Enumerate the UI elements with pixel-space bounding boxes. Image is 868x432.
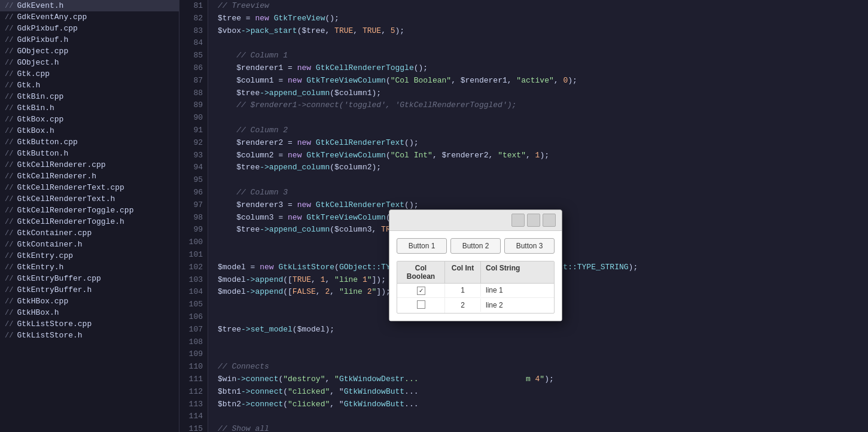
line-number: 102 (184, 261, 203, 274)
line-number: 95 (184, 174, 203, 187)
sidebar-item-label: GtkCellRenderer.cpp (17, 160, 105, 169)
sidebar-item[interactable]: //GtkBin.cpp (0, 91, 179, 102)
sidebar-item[interactable]: //GtkEntryBuffer.cpp (0, 273, 179, 284)
sidebar-item[interactable]: //GtkListStore.cpp (0, 318, 179, 330)
sidebar-item[interactable]: //GdkPixbuf.cpp (0, 23, 179, 34)
file-icon: // (5, 70, 13, 78)
sidebar-item-label: GdkPixbuf.cpp (17, 24, 77, 33)
sidebar-item[interactable]: //GtkCellRendererToggle.h (0, 216, 179, 227)
sidebar-item[interactable]: //GtkContainer.cpp (0, 227, 179, 239)
sidebar-item[interactable]: //Gtk.h (0, 80, 179, 91)
code-line (218, 37, 858, 50)
line-number: 86 (184, 62, 203, 75)
sidebar-item[interactable]: //GtkBox.h (0, 125, 179, 136)
code-line: $win->connect("destroy", "GtkWindowDestr… (218, 373, 858, 386)
line-number: 81 (184, 0, 203, 13)
button-2[interactable]: Button 2 (450, 238, 501, 254)
line-number: 84 (184, 37, 203, 50)
sidebar-item[interactable]: //GObject.cpp (0, 45, 179, 57)
sidebar-item[interactable]: //GtkButton.h (0, 148, 179, 159)
line-number: 107 (184, 324, 203, 336)
table-row[interactable]: 2line 2 (397, 298, 554, 313)
code-line: // Column 2 (218, 124, 858, 137)
file-icon: // (5, 127, 13, 135)
line-number: 104 (184, 286, 203, 299)
line-number: 97 (184, 199, 203, 212)
sidebar-item[interactable]: //GtkBin.h (0, 102, 179, 114)
file-icon: // (5, 309, 13, 317)
sidebar-item[interactable]: //GtkEntry.h (0, 261, 179, 273)
sidebar-item[interactable]: //GtkListStore.h (0, 330, 179, 341)
file-icon: // (5, 275, 13, 283)
line-number: 112 (184, 386, 203, 398)
dialog-body: Button 1 Button 2 Button 3 Col BooleanCo… (389, 231, 562, 321)
file-icon: // (5, 320, 13, 328)
file-icon: // (5, 331, 13, 340)
file-icon: // (5, 286, 13, 294)
column-header-col-string: Col String (481, 261, 554, 283)
code-line (218, 174, 858, 187)
file-icon: // (5, 59, 13, 67)
sidebar-item[interactable]: //GdkEventAny.cpp (0, 11, 179, 23)
file-icon: // (5, 218, 13, 226)
sidebar-item[interactable]: //GtkBox.cpp (0, 114, 179, 125)
sidebar-item[interactable]: //Gtk.cpp (0, 68, 179, 80)
sidebar-item[interactable]: //GtkEntryBuffer.h (0, 284, 179, 296)
sidebar-item[interactable]: //GtkHBox.h (0, 307, 179, 318)
file-icon: // (5, 2, 13, 10)
code-line: // $renderer1->connect('toggled', 'GtkCe… (218, 99, 858, 112)
table-row[interactable]: ✓1line 1 (397, 284, 554, 298)
sidebar-item[interactable]: //GtkContainer.h (0, 239, 179, 250)
file-icon: // (5, 252, 13, 260)
line-number: 115 (184, 423, 203, 432)
code-line: // Connects (218, 361, 858, 373)
sidebar-item-label: GtkHBox.h (17, 308, 59, 317)
file-icon: // (5, 297, 13, 306)
sidebar-item[interactable]: //GtkCellRendererText.cpp (0, 182, 179, 193)
sidebar-item-label: GtkEntryBuffer.h (17, 285, 92, 294)
sidebar-item[interactable]: //GObject.h (0, 57, 179, 68)
file-icon: // (5, 13, 13, 22)
sidebar-item[interactable]: //GdkEvent.h (0, 0, 179, 11)
sidebar-item[interactable]: //GtkCellRenderer.h (0, 171, 179, 182)
code-line: $column1 = new GtkTreeViewColumn("Col Bo… (218, 75, 858, 87)
sidebar-item[interactable]: //GdkPixbuf.h (0, 34, 179, 45)
file-icon: // (5, 25, 13, 33)
file-icon: // (5, 47, 13, 56)
file-icon: // (5, 36, 13, 44)
column-header-col-int: Col Int (445, 261, 481, 283)
line-number: 92 (184, 137, 203, 150)
sidebar-item[interactable]: //GtkCellRendererText.h (0, 193, 179, 205)
code-line: $tree->append_column($column2); (218, 162, 858, 174)
sidebar-item[interactable]: //GtkCellRenderer.cpp (0, 159, 179, 171)
checkbox[interactable] (417, 300, 425, 309)
line-number: 114 (184, 410, 203, 423)
sidebar-item[interactable]: //GtkButton.cpp (0, 136, 179, 148)
minimize-button[interactable] (511, 214, 525, 227)
maximize-button[interactable] (527, 214, 540, 227)
line-number: 82 (184, 13, 203, 25)
file-icon: // (5, 263, 13, 272)
button-3[interactable]: Button 3 (504, 238, 555, 254)
line-number: 101 (184, 249, 203, 261)
column-header-col-boolean: Col Boolean (397, 261, 445, 283)
line-number: 87 (184, 75, 203, 87)
int-cell: 1 (445, 284, 481, 297)
file-icon: // (5, 81, 13, 90)
file-icon: // (5, 93, 13, 101)
line-number: 85 (184, 50, 203, 62)
file-icon: // (5, 195, 13, 203)
line-number: 93 (184, 150, 203, 162)
sidebar-item[interactable]: //GtkHBox.cpp (0, 296, 179, 307)
line-number: 98 (184, 212, 203, 224)
sidebar-item[interactable]: //GtkEntry.cpp (0, 250, 179, 261)
line-number: 105 (184, 299, 203, 311)
checkbox[interactable]: ✓ (417, 287, 425, 295)
line-numbers: 8182838485868788899091929394959697989910… (179, 0, 208, 432)
sidebar-item-label: Gtk.cpp (17, 69, 50, 78)
close-button[interactable] (543, 214, 556, 227)
button-1[interactable]: Button 1 (397, 238, 447, 254)
line-number: 110 (184, 361, 203, 373)
sidebar-item-label: GtkButton.h (17, 149, 68, 158)
sidebar-item[interactable]: //GtkCellRendererToggle.cpp (0, 205, 179, 216)
